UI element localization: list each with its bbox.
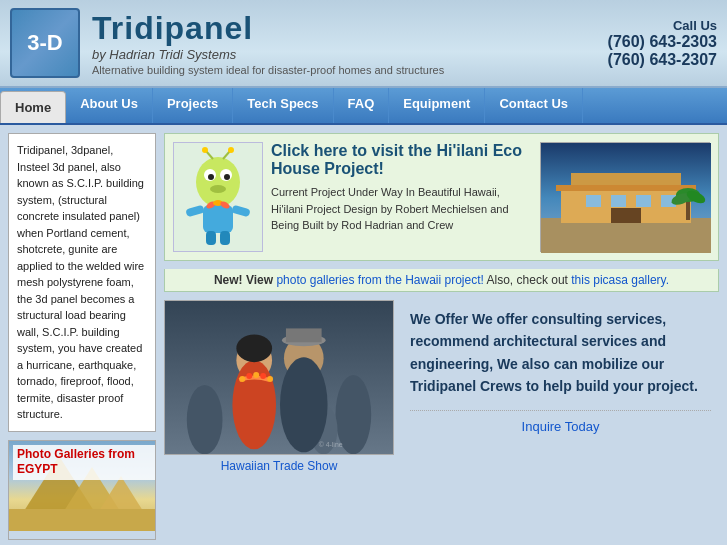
svg-rect-22 [556, 185, 696, 191]
page-header: 3-D Tridipanel by Hadrian Tridi Systems … [0, 0, 727, 88]
logo: 3-D [10, 8, 80, 78]
svg-point-38 [236, 334, 272, 362]
svg-point-43 [239, 376, 245, 382]
sidebar-gallery[interactable]: Photo Galleries from EGYPT [8, 440, 156, 540]
svg-rect-24 [611, 195, 626, 207]
svg-point-9 [228, 147, 234, 153]
svg-line-8 [223, 151, 230, 159]
hawaii-project-banner: Click here to visit the Hi'ilani Eco Hou… [164, 133, 719, 261]
sidebar-gallery-label[interactable]: Photo Galleries from EGYPT [13, 445, 155, 480]
trade-show-label[interactable]: Hawaiian Trade Show [164, 459, 394, 473]
svg-point-33 [187, 385, 223, 454]
sidebar: Tridipanel, 3dpanel, Insteel 3d panel, a… [8, 133, 156, 540]
gallery-new-text: New! View [214, 273, 276, 287]
sidebar-description-text: Tridipanel, 3dpanel, Insteel 3d panel, a… [17, 144, 144, 420]
svg-point-4 [224, 174, 230, 180]
phone-number-2: (760) 643-2307 [608, 51, 717, 69]
brand-subtitle: by Hadrian Tridi Systems [92, 47, 608, 62]
svg-point-44 [246, 373, 252, 379]
picasa-text: Also, check out [487, 273, 568, 287]
nav-item-projects[interactable]: Projects [153, 88, 233, 123]
divider [410, 410, 711, 411]
hawaii-project-photo [540, 142, 710, 252]
svg-point-46 [260, 373, 266, 379]
brand-title: Tridipanel [92, 10, 608, 47]
hawaii-project-text: Click here to visit the Hi'ilani Eco Hou… [271, 142, 532, 234]
sidebar-description: Tridipanel, 3dpanel, Insteel 3d panel, a… [8, 133, 156, 432]
navigation: Home About Us Projects Tech Specs FAQ Eq… [0, 88, 727, 125]
call-us-label: Call Us [608, 18, 717, 33]
svg-rect-10 [203, 205, 233, 233]
brand-area: Tridipanel by Hadrian Tridi Systems Alte… [92, 10, 608, 76]
hawaii-project-description: Current Project Under Way In Beautiful H… [271, 184, 532, 234]
logo-text: 3-D [27, 30, 62, 56]
svg-rect-19 [541, 218, 711, 253]
svg-rect-11 [185, 205, 204, 217]
nav-item-faq[interactable]: FAQ [334, 88, 390, 123]
svg-point-0 [196, 157, 240, 207]
bottom-section: © 4-line Hawaiian Trade Show We Offer We… [164, 300, 719, 473]
svg-point-47 [267, 376, 273, 382]
trade-show-box: © 4-line Hawaiian Trade Show [164, 300, 394, 473]
svg-rect-23 [586, 195, 601, 207]
hawaii-mascot-image [173, 142, 263, 252]
svg-rect-12 [231, 205, 250, 217]
content-area: Click here to visit the Hi'ilani Eco Hou… [164, 133, 719, 540]
nav-item-contact[interactable]: Contact Us [485, 88, 583, 123]
svg-rect-14 [220, 231, 230, 245]
svg-rect-27 [611, 208, 641, 223]
svg-text:© 4-line: © 4-line [319, 441, 343, 448]
main-content: Tridipanel, 3dpanel, Insteel 3d panel, a… [0, 125, 727, 545]
svg-point-5 [210, 185, 226, 193]
svg-point-3 [208, 174, 214, 180]
brand-tagline: Alternative building system ideal for di… [92, 64, 608, 76]
svg-point-45 [253, 372, 259, 378]
hawaii-project-heading[interactable]: Click here to visit the Hi'ilani Eco Hou… [271, 142, 532, 178]
phone-number-1: (760) 643-2303 [608, 33, 717, 51]
nav-item-equipment[interactable]: Equipment [389, 88, 485, 123]
svg-rect-13 [206, 231, 216, 245]
svg-rect-42 [286, 328, 322, 342]
hawaii-gallery-link-text[interactable]: photo galleries from the Hawaii project! [276, 273, 483, 287]
trade-show-photo: © 4-line [164, 300, 394, 455]
hawaii-gallery-link-bar: New! View photo galleries from the Hawai… [164, 269, 719, 292]
nav-item-home[interactable]: Home [0, 91, 66, 123]
phone-area: Call Us (760) 643-2303 (760) 643-2307 [608, 18, 717, 69]
svg-rect-25 [636, 195, 651, 207]
consulting-box: We Offer We offer consulting services, r… [402, 300, 719, 473]
consulting-text: We Offer We offer consulting services, r… [410, 308, 711, 398]
svg-point-7 [202, 147, 208, 153]
nav-item-techspecs[interactable]: Tech Specs [233, 88, 333, 123]
nav-item-about[interactable]: About Us [66, 88, 153, 123]
inquire-today-link[interactable]: Inquire Today [410, 419, 711, 434]
picasa-link-text[interactable]: this picasa gallery. [571, 273, 669, 287]
svg-point-40 [280, 357, 328, 452]
svg-line-6 [206, 151, 213, 159]
